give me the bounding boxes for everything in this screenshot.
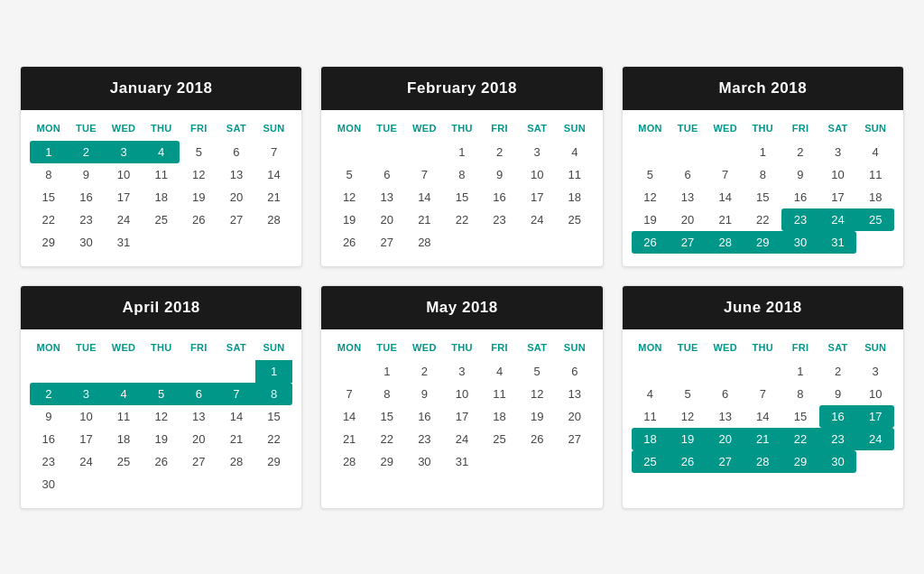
day-30[interactable]: 30 (30, 473, 68, 495)
day-10[interactable]: 10 (105, 163, 143, 186)
day-27[interactable]: 27 (669, 231, 707, 254)
day-3[interactable]: 3 (443, 360, 481, 383)
day-9[interactable]: 9 (68, 163, 106, 186)
day-23[interactable]: 23 (406, 428, 444, 450)
day-14[interactable]: 14 (406, 186, 444, 208)
day-27[interactable]: 27 (180, 450, 217, 473)
day-21[interactable]: 21 (744, 428, 782, 450)
day-30[interactable]: 30 (68, 231, 106, 254)
day-24[interactable]: 24 (518, 208, 556, 231)
day-13[interactable]: 13 (368, 186, 406, 208)
day-4[interactable]: 4 (481, 360, 519, 383)
day-11[interactable]: 11 (143, 163, 180, 186)
day-25[interactable]: 25 (481, 428, 519, 450)
day-19[interactable]: 19 (180, 186, 217, 208)
day-11[interactable]: 11 (105, 405, 143, 428)
day-18[interactable]: 18 (856, 186, 894, 208)
day-22[interactable]: 22 (443, 208, 481, 231)
day-15[interactable]: 15 (30, 186, 68, 208)
day-2[interactable]: 2 (406, 360, 444, 383)
day-23[interactable]: 23 (30, 450, 68, 473)
day-26[interactable]: 26 (632, 231, 670, 254)
day-28[interactable]: 28 (330, 450, 368, 473)
day-10[interactable]: 10 (443, 383, 481, 405)
day-4[interactable]: 4 (105, 383, 143, 405)
day-8[interactable]: 8 (781, 383, 819, 405)
day-20[interactable]: 20 (556, 405, 594, 428)
day-4[interactable]: 4 (632, 383, 670, 405)
day-23[interactable]: 23 (819, 428, 857, 450)
day-15[interactable]: 15 (781, 405, 819, 428)
day-9[interactable]: 9 (819, 383, 857, 405)
day-15[interactable]: 15 (368, 405, 406, 428)
day-20[interactable]: 20 (707, 428, 744, 450)
day-24[interactable]: 24 (105, 208, 143, 231)
day-30[interactable]: 30 (781, 231, 819, 254)
day-23[interactable]: 23 (68, 208, 106, 231)
day-19[interactable]: 19 (632, 208, 670, 231)
day-17[interactable]: 17 (856, 405, 894, 428)
day-27[interactable]: 27 (368, 231, 406, 254)
day-2[interactable]: 2 (30, 383, 68, 405)
day-26[interactable]: 26 (143, 450, 180, 473)
day-24[interactable]: 24 (856, 428, 894, 450)
day-5[interactable]: 5 (330, 163, 368, 186)
day-3[interactable]: 3 (819, 141, 857, 163)
day-29[interactable]: 29 (30, 231, 68, 254)
day-29[interactable]: 29 (781, 450, 819, 473)
day-14[interactable]: 14 (707, 186, 744, 208)
day-1[interactable]: 1 (30, 141, 68, 163)
day-19[interactable]: 19 (330, 208, 368, 231)
day-21[interactable]: 21 (330, 428, 368, 450)
day-12[interactable]: 12 (632, 186, 670, 208)
day-14[interactable]: 14 (744, 405, 782, 428)
day-26[interactable]: 26 (518, 428, 556, 450)
day-18[interactable]: 18 (632, 428, 670, 450)
day-30[interactable]: 30 (819, 450, 857, 473)
day-17[interactable]: 17 (68, 428, 106, 450)
day-8[interactable]: 8 (30, 163, 68, 186)
day-20[interactable]: 20 (180, 428, 217, 450)
day-19[interactable]: 19 (669, 428, 707, 450)
day-6[interactable]: 6 (180, 383, 217, 405)
day-25[interactable]: 25 (856, 208, 894, 231)
day-7[interactable]: 7 (744, 383, 782, 405)
day-11[interactable]: 11 (632, 405, 670, 428)
day-27[interactable]: 27 (217, 208, 255, 231)
day-31[interactable]: 31 (819, 231, 857, 254)
day-13[interactable]: 13 (669, 186, 707, 208)
day-5[interactable]: 5 (180, 141, 217, 163)
day-23[interactable]: 23 (781, 208, 819, 231)
day-20[interactable]: 20 (669, 208, 707, 231)
day-28[interactable]: 28 (255, 208, 293, 231)
day-4[interactable]: 4 (856, 141, 894, 163)
day-29[interactable]: 29 (368, 450, 406, 473)
day-28[interactable]: 28 (217, 450, 255, 473)
day-26[interactable]: 26 (669, 450, 707, 473)
day-11[interactable]: 11 (556, 163, 594, 186)
calendar-apr-2018[interactable]: April 2018MONTUEWEDTHUFRISATSUN123456789… (20, 285, 302, 509)
day-7[interactable]: 7 (330, 383, 368, 405)
calendar-jun-2018[interactable]: June 2018MONTUEWEDTHUFRISATSUN1234567891… (622, 285, 904, 509)
day-10[interactable]: 10 (68, 405, 106, 428)
day-25[interactable]: 25 (143, 208, 180, 231)
day-21[interactable]: 21 (707, 208, 744, 231)
day-14[interactable]: 14 (217, 405, 255, 428)
day-30[interactable]: 30 (406, 450, 444, 473)
day-6[interactable]: 6 (707, 383, 744, 405)
day-12[interactable]: 12 (518, 383, 556, 405)
day-25[interactable]: 25 (556, 208, 594, 231)
day-27[interactable]: 27 (707, 450, 744, 473)
day-13[interactable]: 13 (707, 405, 744, 428)
day-13[interactable]: 13 (217, 163, 255, 186)
day-17[interactable]: 17 (105, 186, 143, 208)
day-20[interactable]: 20 (217, 186, 255, 208)
day-18[interactable]: 18 (105, 428, 143, 450)
day-2[interactable]: 2 (781, 141, 819, 163)
day-22[interactable]: 22 (781, 428, 819, 450)
calendar-feb-2018[interactable]: February 2018MONTUEWEDTHUFRISATSUN123456… (320, 66, 603, 267)
day-28[interactable]: 28 (707, 231, 744, 254)
day-26[interactable]: 26 (330, 231, 368, 254)
day-24[interactable]: 24 (68, 450, 106, 473)
day-6[interactable]: 6 (217, 141, 255, 163)
